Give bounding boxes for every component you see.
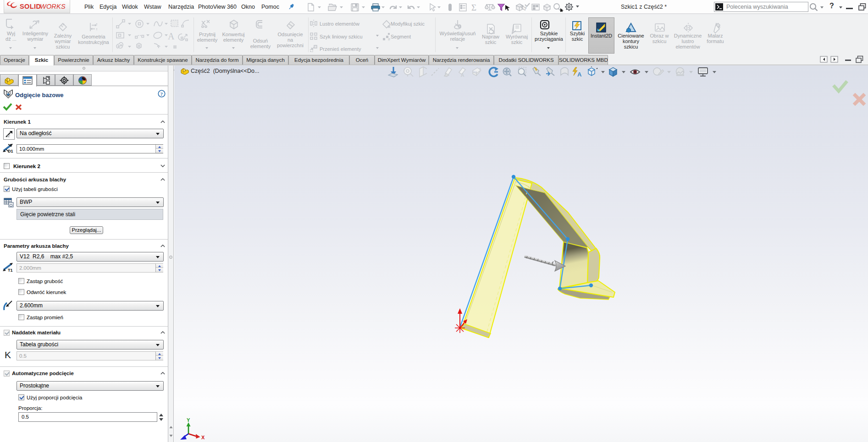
svg-text:D1: D1 xyxy=(8,149,13,153)
svg-text:X: X xyxy=(201,435,205,440)
svg-text:A: A xyxy=(168,31,175,41)
svg-text:WORKS: WORKS xyxy=(40,3,66,10)
svg-text:SOLID: SOLID xyxy=(20,3,41,10)
svg-text:?: ? xyxy=(524,6,527,11)
svg-text:#: # xyxy=(388,37,390,41)
svg-text:T1: T1 xyxy=(8,268,13,273)
svg-text:A: A xyxy=(577,71,582,78)
svg-text:A: A xyxy=(461,72,464,78)
svg-text:?: ? xyxy=(160,91,163,97)
svg-text:Σ: Σ xyxy=(471,3,476,12)
svg-text:Y: Y xyxy=(187,417,190,423)
